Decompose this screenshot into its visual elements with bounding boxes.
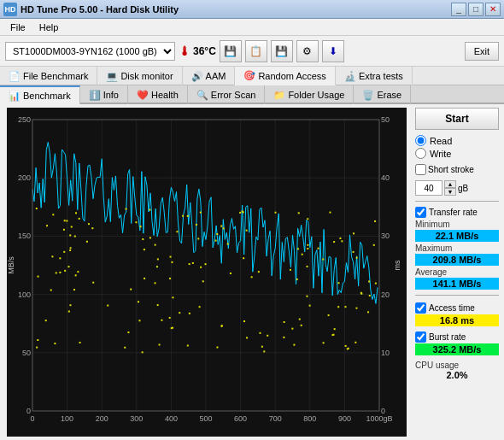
file-benchmark-icon: 📄 — [9, 71, 21, 82]
menu-help[interactable]: Help — [32, 21, 66, 33]
transfer-rate-checkbox-label[interactable]: Transfer rate — [415, 207, 499, 218]
tab-file-benchmark-label: File Benchmark — [23, 71, 88, 81]
average-section: Average 141.1 MB/s — [415, 267, 499, 290]
tab-file-benchmark[interactable]: 📄 File Benchmark — [0, 67, 97, 85]
access-time-checkbox-label[interactable]: Access time — [415, 302, 499, 314]
tab-health[interactable]: ❤️ Health — [128, 85, 188, 104]
tab-extra-tests-label: Extra tests — [359, 71, 403, 81]
short-stroke-row: Short stroke — [415, 164, 499, 175]
tab-benchmark[interactable]: 📊 Benchmark — [0, 85, 80, 104]
benchmark-icon: 📊 — [9, 91, 21, 102]
tab-disk-monitor-label: Disk monitor — [120, 71, 173, 81]
tab-disk-monitor[interactable]: 💻 Disk monitor — [97, 67, 182, 85]
read-radio[interactable] — [415, 135, 426, 146]
tab-aam[interactable]: 🔊 AAM — [183, 67, 236, 85]
main-content: Start Read Write Short stroke 40 ▲ ▼ gB — [0, 104, 504, 440]
burst-rate-checkbox-label[interactable]: Burst rate — [415, 331, 499, 343]
maximize-button[interactable]: □ — [468, 3, 483, 16]
error-scan-icon: 🔍 — [196, 90, 208, 101]
toolbar-btn-5[interactable]: ⬇ — [322, 40, 344, 62]
titlebar-buttons: _ □ ✕ — [451, 3, 501, 16]
transfer-rate-checkbox[interactable] — [415, 207, 426, 218]
folder-usage-icon: 📁 — [273, 90, 285, 101]
gb-unit-label: gB — [458, 184, 468, 193]
minimize-button[interactable]: _ — [451, 3, 466, 16]
disk-monitor-icon: 💻 — [106, 71, 118, 82]
benchmark-chart — [7, 108, 407, 437]
radio-group: Read Write — [415, 135, 499, 159]
toolbar-btn-3[interactable]: 💾 — [271, 40, 293, 62]
read-label: Read — [430, 136, 452, 146]
tab-random-access[interactable]: 🎯 Random Access — [235, 67, 335, 85]
tabs-row1: 📄 File Benchmark 💻 Disk monitor 🔊 AAM 🎯 … — [0, 67, 504, 85]
menu-file[interactable]: File — [3, 21, 32, 33]
maximum-section: Maximum 209.8 MB/s — [415, 243, 499, 266]
tab-extra-tests[interactable]: 🔬 Extra tests — [336, 67, 413, 85]
cpu-usage-value: 2.0% — [415, 370, 499, 380]
spin-buttons: ▲ ▼ — [444, 180, 456, 196]
tab-folder-usage[interactable]: 📁 Folder Usage — [265, 85, 354, 104]
erase-icon: 🗑️ — [362, 90, 374, 101]
titlebar-title: HD Tune Pro 5.00 - Hard Disk Utility — [21, 4, 179, 15]
titlebar-left: HD HD Tune Pro 5.00 - Hard Disk Utility — [3, 3, 179, 16]
health-icon: ❤️ — [137, 90, 149, 101]
tab-erase[interactable]: 🗑️ Erase — [354, 85, 411, 104]
divider-1 — [415, 201, 499, 202]
cpu-usage-section: CPU usage 2.0% — [415, 361, 499, 380]
average-label: Average — [415, 267, 499, 277]
tab-erase-label: Erase — [377, 90, 401, 100]
info-icon: ℹ️ — [89, 90, 101, 101]
short-stroke-input-row: 40 ▲ ▼ gB — [415, 180, 499, 196]
transfer-rate-label: Transfer rate — [429, 208, 478, 217]
toolbar-btn-4[interactable]: ⚙ — [296, 40, 319, 62]
exit-button[interactable]: Exit — [465, 42, 499, 61]
tab-info[interactable]: ℹ️ Info — [80, 85, 128, 104]
access-time-checkbox[interactable] — [415, 302, 426, 314]
random-access-icon: 🎯 — [243, 70, 255, 81]
transfer-rate-section: Transfer rate Minimum 22.1 MB/s Maximum … — [415, 207, 499, 290]
burst-rate-checkbox[interactable] — [415, 331, 426, 343]
spin-down[interactable]: ▼ — [444, 188, 456, 196]
average-value: 141.1 MB/s — [415, 278, 499, 290]
close-button[interactable]: ✕ — [485, 3, 501, 16]
chart-area — [0, 104, 410, 440]
write-radio-label[interactable]: Write — [415, 148, 499, 159]
read-radio-label[interactable]: Read — [415, 135, 499, 146]
tab-random-access-label: Random Access — [258, 71, 325, 81]
write-radio[interactable] — [415, 148, 426, 159]
access-time-label: Access time — [429, 303, 475, 313]
maximum-label: Maximum — [415, 243, 499, 253]
tab-error-scan-label: Error Scan — [211, 90, 256, 100]
right-panel: Start Read Write Short stroke 40 ▲ ▼ gB — [410, 104, 504, 440]
short-stroke-checkbox[interactable] — [415, 164, 426, 175]
minimum-value: 22.1 MB/s — [415, 230, 499, 242]
cpu-usage-label: CPU usage — [415, 361, 499, 370]
thermometer-icon: 🌡 — [179, 44, 190, 58]
temperature-value: 36°C — [193, 45, 216, 57]
tab-folder-usage-label: Folder Usage — [288, 90, 344, 100]
maximum-value: 209.8 MB/s — [415, 254, 499, 266]
burst-rate-label: Burst rate — [429, 332, 466, 342]
tab-error-scan[interactable]: 🔍 Error Scan — [188, 85, 266, 104]
spin-up[interactable]: ▲ — [444, 180, 456, 188]
toolbar-btn-1[interactable]: 💾 — [220, 40, 242, 62]
tab-health-label: Health — [151, 90, 179, 100]
start-button[interactable]: Start — [415, 108, 499, 130]
minimum-section: Minimum 22.1 MB/s — [415, 220, 499, 242]
menubar: File Help — [0, 19, 504, 36]
drive-select[interactable]: ST1000DM003-9YN162 (1000 gB) — [5, 42, 175, 61]
tab-aam-label: AAM — [206, 71, 226, 81]
short-stroke-input[interactable]: 40 — [415, 180, 442, 196]
toolbar: ST1000DM003-9YN162 (1000 gB) 🌡 36°C 💾 📋 … — [0, 36, 504, 67]
aam-icon: 🔊 — [191, 71, 203, 82]
tab-info-label: Info — [103, 90, 119, 100]
tabs-row2: 📊 Benchmark ℹ️ Info ❤️ Health 🔍 Error Sc… — [0, 85, 504, 104]
chart-wrapper — [7, 108, 407, 437]
extra-tests-icon: 🔬 — [344, 71, 356, 82]
temperature-display: 🌡 36°C — [179, 44, 216, 58]
minimum-label: Minimum — [415, 220, 499, 229]
titlebar: HD HD Tune Pro 5.00 - Hard Disk Utility … — [0, 0, 504, 19]
toolbar-btn-2[interactable]: 📋 — [245, 40, 267, 62]
divider-2 — [415, 295, 499, 296]
short-stroke-label: Short stroke — [428, 165, 474, 174]
